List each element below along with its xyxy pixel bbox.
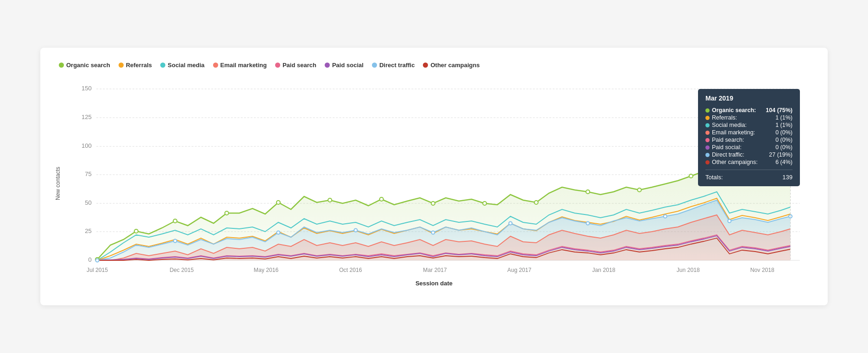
tooltip-dot-organic xyxy=(705,108,710,113)
legend-organic-search[interactable]: Organic search xyxy=(59,62,110,69)
tooltip-label-referrals: Referrals: xyxy=(712,114,737,121)
chart-container: Organic search Referrals Social media Em… xyxy=(40,48,828,305)
organic-dot xyxy=(431,202,435,205)
tooltip-value-other: 6 (4%) xyxy=(775,159,793,165)
tooltip-value-social: 1 (1%) xyxy=(775,122,793,128)
tooltip-label-other: Other campaigns: xyxy=(712,159,758,165)
tooltip-dot-paid-social xyxy=(705,145,710,150)
tooltip-value-email: 0 (0%) xyxy=(775,129,793,136)
tooltip-row-referrals: Referrals: 1 (1%) xyxy=(705,114,793,121)
legend-label-email-marketing: Email marketing xyxy=(220,62,267,69)
tooltip-row-paid-social: Paid social: 0 (0%) xyxy=(705,144,793,151)
svg-text:Nov 2018: Nov 2018 xyxy=(750,267,774,273)
organic-dot xyxy=(689,174,693,178)
svg-text:May 2016: May 2016 xyxy=(254,267,279,273)
legend-paid-search[interactable]: Paid search xyxy=(275,62,316,69)
svg-text:50: 50 xyxy=(85,199,92,206)
tooltip-value-paid-social: 0 (0%) xyxy=(775,144,793,151)
organic-dot xyxy=(535,201,538,204)
legend-paid-social[interactable]: Paid social xyxy=(325,62,364,69)
organic-dot xyxy=(380,197,384,201)
svg-text:Jul 2015: Jul 2015 xyxy=(87,267,108,273)
organic-dot xyxy=(277,201,280,204)
legend-email-marketing[interactable]: Email marketing xyxy=(213,62,267,69)
tooltip-divider xyxy=(705,170,793,170)
chart-legend: Organic search Referrals Social media Em… xyxy=(59,62,809,69)
legend-dot-direct-traffic xyxy=(372,63,377,68)
chart-svg-wrapper: 0 25 50 75 100 125 150 Jul 2015 Dec 2015… xyxy=(59,80,809,276)
svg-text:Oct 2016: Oct 2016 xyxy=(339,267,362,273)
tooltip-label-email: Email marketing: xyxy=(712,129,755,136)
tooltip-dot-social xyxy=(705,123,710,127)
tooltip-totals: Totals: 139 xyxy=(705,174,793,181)
direct-dot xyxy=(509,222,512,225)
svg-text:25: 25 xyxy=(85,227,92,234)
legend-referrals[interactable]: Referrals xyxy=(119,62,152,69)
tooltip-dot-paid-search xyxy=(705,138,710,142)
tooltip-row-social: Social media: 1 (1%) xyxy=(705,121,793,129)
svg-text:Mar 2017: Mar 2017 xyxy=(423,267,447,273)
legend-dot-email-marketing xyxy=(213,63,218,68)
direct-dot xyxy=(664,215,667,218)
direct-dot xyxy=(277,231,280,234)
svg-text:150: 150 xyxy=(82,85,92,92)
legend-label-referrals: Referrals xyxy=(126,62,152,69)
tooltip-value-referrals: 1 (1%) xyxy=(775,114,793,121)
chart-svg: 0 25 50 75 100 125 150 Jul 2015 Dec 2015… xyxy=(59,80,809,274)
direct-dot xyxy=(431,231,434,234)
legend-label-social-media: Social media xyxy=(168,62,204,69)
tooltip-dot-email xyxy=(705,131,710,135)
chart-area: New contacts xyxy=(59,80,809,287)
tooltip-value-direct: 27 (19%) xyxy=(769,151,793,158)
legend-label-paid-social: Paid social xyxy=(332,62,364,69)
legend-dot-other-campaigns xyxy=(423,63,428,68)
tooltip-label-social: Social media: xyxy=(712,122,747,128)
tooltip-label-direct: Direct traffic: xyxy=(712,151,744,158)
tooltip-label-paid-social: Paid social: xyxy=(712,144,742,151)
tooltip-row-other: Other campaigns: 6 (4%) xyxy=(705,158,793,166)
tooltip-label-organic: Organic search: xyxy=(712,107,756,113)
svg-text:Jun 2018: Jun 2018 xyxy=(677,267,700,273)
legend-direct-traffic[interactable]: Direct traffic xyxy=(372,62,415,69)
direct-dot xyxy=(586,222,590,225)
tooltip-dot-referrals xyxy=(705,116,710,120)
legend-dot-paid-search xyxy=(275,63,280,68)
tooltip-dot-other xyxy=(705,160,710,164)
organic-dot xyxy=(586,190,590,194)
tooltip-value-paid-search: 0 (0%) xyxy=(775,137,793,143)
tooltip-row-paid-search: Paid search: 0 (0%) xyxy=(705,136,793,144)
svg-text:Dec 2015: Dec 2015 xyxy=(170,267,194,273)
legend-label-paid-search: Paid search xyxy=(283,62,316,69)
svg-text:Jan 2018: Jan 2018 xyxy=(592,267,616,273)
tooltip-dot-direct xyxy=(705,153,710,157)
legend-label-other-campaigns: Other campaigns xyxy=(430,62,479,69)
direct-dot xyxy=(354,229,357,232)
organic-dot xyxy=(225,211,228,215)
tooltip-totals-label: Totals: xyxy=(705,174,723,181)
tooltip-totals-value: 139 xyxy=(782,174,793,181)
direct-dot xyxy=(95,259,99,262)
tooltip-row-email: Email marketing: 0 (0%) xyxy=(705,129,793,136)
svg-text:Aug 2017: Aug 2017 xyxy=(507,267,531,273)
x-axis-label: Session date xyxy=(59,280,809,287)
direct-dot xyxy=(174,240,177,243)
legend-other-campaigns[interactable]: Other campaigns xyxy=(423,62,479,69)
organic-dot xyxy=(483,202,486,205)
tooltip-row-direct: Direct traffic: 27 (19%) xyxy=(705,151,793,158)
legend-social-media[interactable]: Social media xyxy=(160,62,204,69)
svg-text:100: 100 xyxy=(82,142,92,149)
tooltip-label-paid-search: Paid search: xyxy=(712,137,744,143)
tooltip-title: Mar 2019 xyxy=(705,95,793,102)
legend-label-direct-traffic: Direct traffic xyxy=(379,62,415,69)
tooltip-value-organic: 104 (75%) xyxy=(766,107,793,113)
svg-text:75: 75 xyxy=(85,170,92,177)
organic-dot xyxy=(328,198,332,202)
svg-text:125: 125 xyxy=(82,113,92,120)
tooltip-row-organic: Organic search: 104 (75%) xyxy=(705,107,793,114)
organic-dot xyxy=(637,188,641,192)
svg-text:0: 0 xyxy=(88,256,92,263)
organic-dot xyxy=(173,219,177,223)
chart-tooltip: Mar 2019 Organic search: 104 (75%) Refer… xyxy=(698,89,800,186)
legend-dot-social-media xyxy=(160,63,165,68)
legend-dot-organic-search xyxy=(59,63,64,68)
